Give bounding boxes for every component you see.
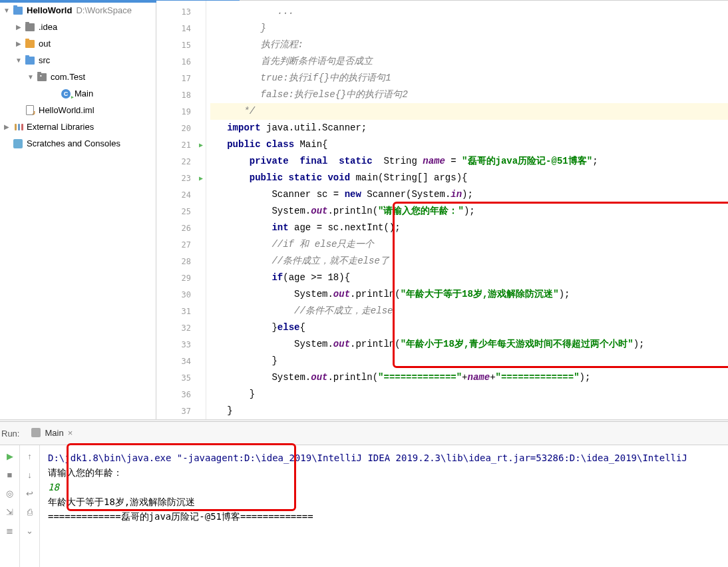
gutter-line[interactable]: 35 [156, 369, 206, 386]
code-line[interactable]: public static void main(String[] args){ [210, 170, 728, 186]
rerun-icon[interactable]: ▶ [3, 449, 17, 463]
console-toolbar: ↑ ↓ ↩ ⎙ ⌄ [20, 445, 40, 567]
tree-item-main[interactable]: ▶CMain [0, 85, 156, 102]
tree-item-label: HelloWorld.iml [39, 105, 94, 115]
tree-item-src[interactable]: ▼src [0, 52, 156, 69]
gutter-line[interactable]: 19 [156, 103, 206, 120]
scratches-consoles[interactable]: ▶ Scratches and Consoles [0, 135, 156, 152]
tree-item-helloworld-iml[interactable]: ▶HelloWorld.iml [0, 102, 156, 118]
chevron-right-icon[interactable]: ▶ [13, 23, 24, 31]
run-toolbar: ▶ ■ ◎ ⇲ ≣ [0, 445, 20, 567]
editor: 131415161718192021▶2223▶2425262728293031… [156, 1, 728, 419]
gutter-line[interactable]: 30 [156, 286, 206, 303]
code-line[interactable]: System.out.println("年龄大于等于18岁,游戏解除防沉迷"); [210, 286, 728, 303]
code-line[interactable]: import java.util.Scanner; [210, 120, 728, 136]
up-icon[interactable]: ↑ [23, 449, 37, 463]
code-line[interactable]: 首先判断条件语句是否成立 [210, 53, 728, 70]
code-line[interactable]: int age = sc.nextInt(); [210, 220, 728, 236]
gutter-line[interactable]: 26 [156, 220, 206, 236]
code-line[interactable]: public class Main{ [210, 136, 728, 153]
code-line[interactable]: ... [210, 3, 728, 20]
run-line-icon[interactable]: ▶ [199, 141, 203, 148]
console-output[interactable]: D:\jdk1.8\bin\java.exe "-javaagent:D:\id… [40, 445, 728, 567]
layout-icon[interactable]: ≣ [3, 524, 17, 537]
code-line[interactable]: } [210, 386, 728, 403]
gutter-line[interactable]: 31 [156, 303, 206, 319]
console-line: 年龄大于等于18岁,游戏解除防沉迷 [48, 494, 720, 509]
project-root-name: HelloWorld [27, 5, 72, 15]
folder-icon [36, 71, 48, 83]
gutter-line[interactable]: 34 [156, 353, 206, 369]
code-line[interactable]: //条件成立，就不走else了 [210, 253, 728, 270]
console-panel: ▶ ■ ◎ ⇲ ≣ ↑ ↓ ↩ ⎙ ⌄ D:\jdk1.8\bin\java.e… [0, 445, 728, 567]
tree-item-out[interactable]: ▶out [0, 35, 156, 52]
code-area[interactable]: ... } 执行流程: 首先判断条件语句是否成立 true:执行if{}中的执行… [206, 1, 728, 419]
tree-item-label: out [39, 39, 51, 49]
gutter-line[interactable]: 13 [156, 3, 206, 20]
gutter-line[interactable]: 36 [156, 386, 206, 403]
code-line[interactable]: System.out.println("年龄小于18岁,青少年每天游戏时间不得超… [210, 336, 728, 353]
code-line[interactable]: } [210, 20, 728, 37]
code-line[interactable]: System.out.println("============="+name+… [210, 369, 728, 386]
gutter-line[interactable]: 32 [156, 319, 206, 336]
code-line[interactable]: false:执行else{}中的执行语句2 [210, 87, 728, 103]
project-root[interactable]: ▼ HelloWorld D:\WorkSpace [0, 2, 156, 19]
code-line[interactable]: private final static String name = "磊哥的j… [210, 153, 728, 170]
gutter-line[interactable]: 21▶ [156, 136, 206, 153]
gutter-line[interactable]: 37 [156, 403, 206, 419]
gutter-line[interactable]: 22 [156, 153, 206, 170]
down-icon[interactable]: ↓ [23, 468, 37, 481]
code-line[interactable]: 执行流程: [210, 37, 728, 53]
wrap-icon[interactable]: ↩ [23, 486, 37, 500]
tree-item-label: .idea [39, 22, 57, 32]
gutter-line[interactable]: 23▶ [156, 170, 206, 186]
run-tab-bar: Run: Main × [0, 421, 728, 445]
external-libraries[interactable]: ▶ External Libraries [0, 118, 156, 135]
code-line[interactable]: } [210, 403, 728, 419]
tree-item-com-test[interactable]: ▼com.Test [0, 69, 156, 85]
code-line[interactable]: //条件不成立，走else [210, 303, 728, 319]
exit-icon[interactable]: ⇲ [3, 505, 17, 518]
camera-icon[interactable]: ◎ [3, 486, 17, 500]
run-line-icon[interactable]: ▶ [199, 174, 203, 182]
trash-icon[interactable]: ⌄ [23, 524, 37, 537]
library-icon [12, 121, 24, 133]
code-line[interactable]: } [210, 353, 728, 369]
folder-icon [12, 5, 24, 17]
chevron-down-icon[interactable]: ▼ [1, 7, 12, 14]
code-line[interactable]: if(age >= 18){ [210, 270, 728, 286]
close-icon[interactable]: × [68, 428, 73, 438]
folder-icon [24, 38, 36, 50]
code-line[interactable]: System.out.println("请输入您的年龄："); [210, 203, 728, 220]
gutter-line[interactable]: 24 [156, 186, 206, 203]
panel-accent [0, 1, 156, 3]
tree-item-label: src [39, 55, 50, 65]
gutter-line[interactable]: 27 [156, 236, 206, 253]
gutter-line[interactable]: 18 [156, 87, 206, 103]
run-tab-main[interactable]: Main × [26, 425, 78, 442]
chevron-right-icon[interactable]: ▶ [13, 40, 24, 47]
folder-icon [24, 55, 36, 67]
gutter-line[interactable]: 28 [156, 253, 206, 270]
code-line[interactable]: true:执行if{}中的执行语句1 [210, 70, 728, 87]
gutter-line[interactable]: 17 [156, 70, 206, 87]
gutter-line[interactable]: 20 [156, 120, 206, 136]
code-line[interactable]: }else{ [210, 319, 728, 336]
code-line[interactable]: //if 和 else只走一个 [210, 236, 728, 253]
chevron-down-icon[interactable]: ▼ [25, 73, 36, 81]
gutter-line[interactable]: 14 [156, 20, 206, 37]
gutter-line[interactable]: 29 [156, 270, 206, 286]
tree-item--idea[interactable]: ▶.idea [0, 19, 156, 35]
code-line[interactable]: Scanner sc = new Scanner(System.in); [210, 186, 728, 203]
print-icon[interactable]: ⎙ [23, 505, 37, 518]
console-input-line: 18 [48, 480, 720, 494]
chevron-down-icon[interactable]: ▼ [13, 57, 24, 64]
gutter-line[interactable]: 25 [156, 203, 206, 220]
gutter-line[interactable]: 15 [156, 37, 206, 53]
chevron-right-icon[interactable]: ▶ [1, 123, 12, 130]
editor-gutter[interactable]: 131415161718192021▶2223▶2425262728293031… [156, 1, 206, 419]
code-line[interactable]: */ [210, 103, 728, 120]
stop-icon[interactable]: ■ [3, 468, 17, 481]
gutter-line[interactable]: 33 [156, 336, 206, 353]
gutter-line[interactable]: 16 [156, 53, 206, 70]
